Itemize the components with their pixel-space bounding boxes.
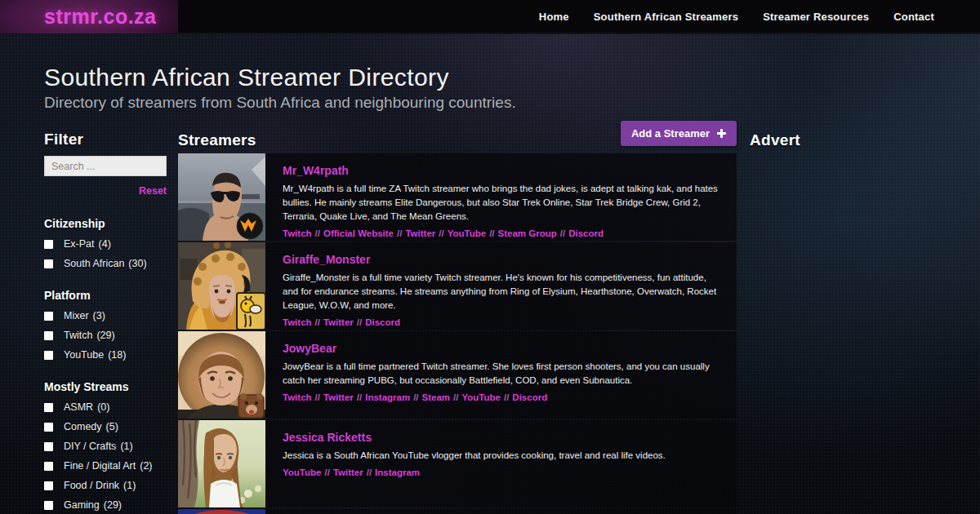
filter-heading: Filter xyxy=(44,131,167,148)
streamer-card: JowyBear JowyBear is a full time partner… xyxy=(178,331,737,419)
link-steam-group[interactable]: Steam Group xyxy=(498,228,557,238)
checkbox-comedy[interactable] xyxy=(44,423,53,432)
streamer-avatar[interactable] xyxy=(178,331,265,419)
filter-option-food-drink[interactable]: Food / Drink (1) xyxy=(44,480,167,491)
streamer-links: YouTube//Twitter//Instagram xyxy=(283,467,720,477)
streamer-description: Mr_W4rpath is a full time ZA Twitch stre… xyxy=(283,182,720,224)
streamer-cards: Mr_W4rpath Mr_W4rpath is a full time ZA … xyxy=(178,153,737,514)
nav-item-southern-african-streamers[interactable]: Southern African Streamers xyxy=(594,11,738,23)
filter-option-mixer[interactable]: Mixer (3) xyxy=(44,310,167,321)
streamer-links: Twitch//Official Website//Twitter//YouTu… xyxy=(283,228,720,238)
filter-option-comedy[interactable]: Comedy (5) xyxy=(44,421,167,432)
link-twitter[interactable]: Twitter xyxy=(323,317,354,327)
checkbox-asmr[interactable] xyxy=(44,403,53,412)
nav-item-home[interactable]: Home xyxy=(539,11,569,23)
navbar: strmr.co.za Home Southern African Stream… xyxy=(0,0,980,34)
streamer-avatar[interactable] xyxy=(178,509,265,514)
link-steam[interactable]: Steam xyxy=(422,392,451,402)
filter-option-asmr[interactable]: ASMR (0) xyxy=(44,401,167,413)
filter-option-youtube[interactable]: YouTube (18) xyxy=(44,349,167,361)
filter-group-heading: Platform xyxy=(44,289,167,302)
page-title: Southern African Streamer Directory xyxy=(44,64,516,91)
streamer-avatar[interactable] xyxy=(178,153,265,241)
filter-sidebar: Filter Reset Citizenship Ex-Pat (4) Sout… xyxy=(44,131,167,514)
filter-option-gaming[interactable]: Gaming (29) xyxy=(44,499,167,511)
streamers-heading: Streamers xyxy=(178,131,256,148)
streamer-card: Jessica Ricketts Jessica is a South Afri… xyxy=(178,420,737,507)
streamer-avatar[interactable] xyxy=(178,242,265,330)
streamer-name[interactable]: Jessica Ricketts xyxy=(283,431,720,444)
nav-links: Home Southern African Streamers Streamer… xyxy=(539,11,980,23)
streamer-name[interactable]: Giraffe_Monster xyxy=(283,253,720,266)
filter-group-mostly-streams: Mostly Streams ASMR (0) Comedy (5) DIY /… xyxy=(44,380,167,514)
streamer-card: Mr_W4rpath Mr_W4rpath is a full time ZA … xyxy=(178,153,737,241)
site-logo[interactable]: strmr.co.za xyxy=(44,5,157,29)
advert-section: Advert xyxy=(750,131,800,149)
link-discord[interactable]: Discord xyxy=(365,317,400,327)
streamer-avatar[interactable] xyxy=(178,420,265,507)
checkbox-twitch[interactable] xyxy=(44,331,53,340)
filter-option-ex-pat[interactable]: Ex-Pat (4) xyxy=(44,238,167,250)
streamer-description: Giraffe_Monster is a full time variety T… xyxy=(283,271,720,312)
add-streamer-button[interactable]: Add a Streamer xyxy=(621,121,737,146)
checkbox-south-african[interactable] xyxy=(44,259,53,268)
link-instagram[interactable]: Instagram xyxy=(365,392,410,402)
nav-item-streamer-resources[interactable]: Streamer Resources xyxy=(763,11,869,23)
search-input[interactable] xyxy=(44,156,167,176)
filter-option-twitch[interactable]: Twitch (29) xyxy=(44,330,167,341)
filter-option-diy-crafts[interactable]: DIY / Crafts (1) xyxy=(44,441,167,452)
link-youtube[interactable]: YouTube xyxy=(283,467,321,477)
link-twitter[interactable]: Twitter xyxy=(333,467,363,477)
hero: Southern African Streamer Directory Dire… xyxy=(44,64,516,112)
link-instagram[interactable]: Instagram xyxy=(375,467,420,477)
nav-item-contact[interactable]: Contact xyxy=(893,11,934,23)
filter-option-south-african[interactable]: South African (30) xyxy=(44,258,167,269)
page-subtitle: Directory of streamers from South Africa… xyxy=(44,94,516,112)
link-official-website[interactable]: Official Website xyxy=(323,228,394,238)
filter-group-heading: Mostly Streams xyxy=(44,380,167,393)
link-discord[interactable]: Discord xyxy=(512,392,547,402)
checkbox-fine-digital-art[interactable] xyxy=(44,462,53,471)
checkbox-ex-pat[interactable] xyxy=(44,240,53,249)
streamer-description: Jessica is a South African YouTube vlogg… xyxy=(283,449,720,463)
link-youtube[interactable]: YouTube xyxy=(448,228,486,238)
checkbox-food-drink[interactable] xyxy=(44,481,53,490)
checkbox-youtube[interactable] xyxy=(44,351,53,360)
link-twitch[interactable]: Twitch xyxy=(283,228,312,238)
streamer-card: Giraffe_Monster Giraffe_Monster is a ful… xyxy=(178,242,737,330)
link-twitter[interactable]: Twitter xyxy=(323,392,354,402)
streamer-name[interactable]: JowyBear xyxy=(283,342,720,355)
filter-group-citizenship: Citizenship Ex-Pat (4) South African (30… xyxy=(44,217,167,269)
link-twitch[interactable]: Twitch xyxy=(283,392,312,402)
link-twitch[interactable]: Twitch xyxy=(283,317,312,327)
link-youtube[interactable]: YouTube xyxy=(461,392,500,402)
filter-option-fine-digital-art[interactable]: Fine / Digital Art (2) xyxy=(44,460,167,472)
link-twitter[interactable]: Twitter xyxy=(405,228,435,238)
streamer-links: Twitch//Twitter//Discord xyxy=(283,317,720,327)
filter-group-heading: Citizenship xyxy=(44,217,167,230)
advert-heading: Advert xyxy=(750,131,800,149)
filter-group-platform: Platform Mixer (3) Twitch (29) YouTube (… xyxy=(44,289,167,361)
streamer-description: JowyBear is a full time partnered Twitch… xyxy=(283,360,720,388)
checkbox-mixer[interactable] xyxy=(44,312,53,321)
plus-icon xyxy=(717,129,726,138)
streamer-links: Twitch//Twitter//Instagram//Steam//YouTu… xyxy=(283,392,720,402)
streamer-list-section: Streamers Add a Streamer xyxy=(178,131,737,514)
streamer-card-partial xyxy=(178,509,737,514)
checkbox-gaming[interactable] xyxy=(44,501,53,510)
reset-link[interactable]: Reset xyxy=(139,185,167,197)
logo-container: strmr.co.za xyxy=(0,0,178,33)
streamer-name[interactable]: Mr_W4rpath xyxy=(283,164,720,177)
link-discord[interactable]: Discord xyxy=(568,228,604,238)
checkbox-diy-crafts[interactable] xyxy=(44,442,53,451)
